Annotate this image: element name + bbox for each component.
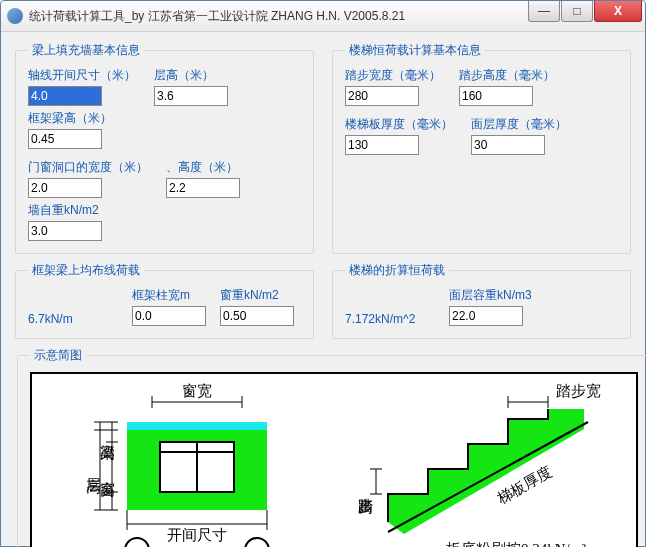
input-window-weight[interactable]: [220, 306, 294, 326]
input-opening-height[interactable]: [166, 178, 240, 198]
field-tread-width: 踏步宽度（毫米）: [345, 67, 441, 106]
field-span: 轴线开间尺寸（米）: [28, 67, 136, 106]
group-stair-load: 楼梯的折算恒荷载 7.172kN/m^2 面层容重kN/m3: [332, 262, 631, 339]
group-beam-load: 框架梁上均布线荷载 6.7kN/m 框架柱宽m 窗重kN/m2: [15, 262, 314, 339]
close-button[interactable]: X: [594, 1, 642, 22]
group-legend: 示意简图: [30, 347, 86, 364]
group-legend: 框架梁上均布线荷载: [28, 262, 144, 279]
label-span: 开间尺寸: [167, 527, 227, 543]
minimize-button[interactable]: —: [528, 1, 560, 22]
group-diagram: 示意简图 窗宽: [17, 347, 646, 547]
input-opening-width[interactable]: [28, 178, 102, 198]
field-wall-weight: 墙自重kN/m2: [28, 202, 102, 241]
label-riser-height: 踏步高: [359, 498, 374, 514]
input-slab-thickness[interactable]: [345, 135, 419, 155]
label-plaster-note: 板底粉刷按0.34kN/m²: [445, 541, 586, 547]
input-tread-width[interactable]: [345, 86, 419, 106]
field-col-width: 框架柱宽m: [132, 287, 206, 326]
client-area: 梁上填充墙基本信息 轴线开间尺寸（米） 层高（米） 框架梁高（米）: [1, 32, 645, 547]
titlebar: 统计荷载计算工具_by 江苏省第一工业设计院 ZHANG H.N. V2005.…: [1, 1, 645, 32]
label-window-width: 窗宽: [182, 383, 212, 399]
input-tread-height[interactable]: [459, 86, 533, 106]
group-wall-info: 梁上填充墙基本信息 轴线开间尺寸（米） 层高（米） 框架梁高（米）: [15, 42, 314, 254]
field-opening-height: 、高度（米）: [166, 159, 240, 198]
input-story-height[interactable]: [154, 86, 228, 106]
field-surface-thickness: 面层厚度（毫米）: [471, 116, 567, 155]
maximize-button[interactable]: □: [561, 1, 593, 22]
input-span[interactable]: [28, 86, 102, 106]
wall-elevation-diagram: 窗宽 层高 梁高: [32, 374, 332, 547]
stair-load-result: 7.172kN/m^2: [345, 312, 435, 326]
app-icon: [7, 8, 23, 24]
svg-line-20: [388, 422, 588, 532]
label-window-height: 窗高: [101, 482, 116, 497]
window-buttons: — □ X: [527, 1, 645, 31]
svg-point-19: [245, 538, 269, 547]
field-window-weight: 窗重kN/m2: [220, 287, 294, 326]
diagram-canvas: 窗宽 层高 梁高: [30, 372, 638, 547]
field-slab-thickness: 楼梯板厚度（毫米）: [345, 116, 453, 155]
app-window: 统计荷载计算工具_by 江苏省第一工业设计院 ZHANG H.N. V2005.…: [0, 0, 646, 547]
window-title: 统计荷载计算工具_by 江苏省第一工业设计院 ZHANG H.N. V2005.…: [29, 8, 527, 25]
input-wall-weight[interactable]: [28, 221, 102, 241]
group-legend: 楼梯的折算恒荷载: [345, 262, 449, 279]
beam-load-result: 6.7kN/m: [28, 312, 118, 326]
stair-section-diagram: 踏步宽 踏步高 梯板厚度 板底粉刷按0.34kN/m²: [336, 374, 636, 547]
input-surface-density[interactable]: [449, 306, 523, 326]
field-opening-width: 门窗洞口的宽度（米）: [28, 159, 148, 198]
field-surface-density: 面层容重kN/m3: [449, 287, 532, 326]
group-legend: 梁上填充墙基本信息: [28, 42, 144, 59]
field-story-height: 层高（米）: [154, 67, 228, 106]
label-beam-height: 梁高: [101, 445, 116, 461]
input-surface-thickness[interactable]: [471, 135, 545, 155]
svg-point-18: [125, 538, 149, 547]
field-beam-height: 框架梁高（米）: [28, 110, 112, 149]
field-tread-height: 踏步高度（毫米）: [459, 67, 555, 106]
input-col-width[interactable]: [132, 306, 206, 326]
svg-rect-3: [127, 422, 267, 430]
group-stair-info: 楼梯恒荷载计算基本信息 踏步宽度（毫米） 踏步高度（毫米） 楼梯板厚度（毫米）: [332, 42, 631, 254]
label-tread-width: 踏步宽: [556, 383, 601, 399]
group-legend: 楼梯恒荷载计算基本信息: [345, 42, 485, 59]
input-beam-height[interactable]: [28, 129, 102, 149]
